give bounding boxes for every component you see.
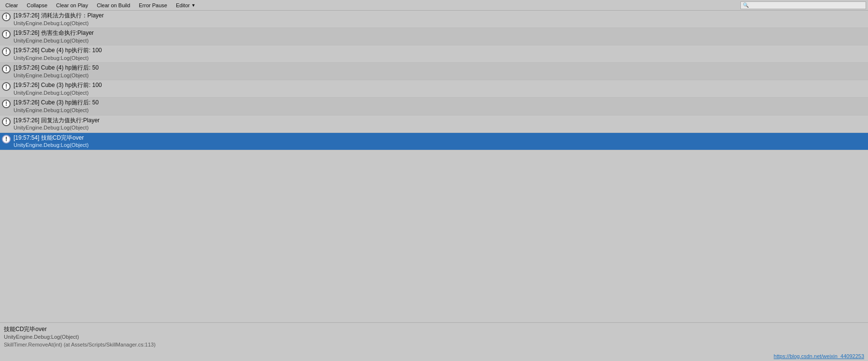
toolbar: Clear Collapse Clear on Play Clear on Bu… — [0, 0, 868, 11]
log-source: UnityEngine.Debug:Log(Object) — [14, 142, 88, 148]
search-input[interactable] — [750, 2, 864, 8]
search-icon: 🔍 — [743, 2, 749, 8]
log-message: [19:57:54] 技能CD完毕over — [14, 134, 88, 142]
log-source: UnityEngine.Debug:Log(Object) — [14, 20, 104, 27]
warning-icon: ! — [2, 117, 11, 126]
chevron-down-icon: ▼ — [191, 3, 196, 8]
log-entry[interactable]: ![19:57:26] 回复法力值执行:PlayerUnityEngine.De… — [0, 116, 868, 133]
warning-icon: ! — [2, 47, 11, 56]
warning-icon: ! — [2, 100, 11, 108]
bottom-link[interactable]: https://blog.csdn.net/weixin_44092253 — [774, 353, 864, 359]
log-entry[interactable]: ![19:57:26] 消耗法力值执行：PlayerUnityEngine.De… — [0, 11, 868, 28]
warning-icon: ! — [2, 135, 11, 144]
log-entry[interactable]: ![19:57:54] 技能CD完毕overUnityEngine.Debug:… — [0, 133, 868, 150]
log-source: UnityEngine.Debug:Log(Object) — [14, 89, 102, 96]
log-source: UnityEngine.Debug:Log(Object) — [14, 124, 100, 131]
collapse-button[interactable]: Collapse — [22, 0, 52, 10]
log-source: UnityEngine.Debug:Log(Object) — [14, 72, 99, 79]
log-message: [19:57:26] 回复法力值执行:Player — [14, 116, 100, 125]
log-entry[interactable]: ![19:57:26] Cube (4) hp执行前: 100UnityEngi… — [0, 45, 868, 63]
warning-icon: ! — [2, 13, 11, 21]
clear-on-build-button[interactable]: Clear on Build — [92, 0, 134, 10]
clear-on-play-button[interactable]: Clear on Play — [52, 0, 92, 10]
log-area[interactable]: ![19:57:26] 消耗法力值执行：PlayerUnityEngine.De… — [0, 11, 868, 322]
error-pause-button[interactable]: Error Pause — [134, 0, 172, 10]
log-entry[interactable]: ![19:57:26] Cube (3) hp执行前: 100UnityEngi… — [0, 80, 868, 98]
bottom-source: UnityEngine.Debug:Log(Object) — [4, 333, 864, 341]
bottom-message: 技能CD完毕over — [4, 325, 864, 333]
log-entry[interactable]: ![19:57:26] 伤害生命执行:PlayerUnityEngine.Deb… — [0, 28, 868, 45]
log-message: [19:57:26] Cube (4) hp执行前: 100 — [14, 46, 102, 55]
log-message: [19:57:26] Cube (3) hp执行前: 100 — [14, 81, 102, 89]
log-source: UnityEngine.Debug:Log(Object) — [14, 37, 94, 44]
log-source: UnityEngine.Debug:Log(Object) — [14, 107, 99, 114]
warning-icon: ! — [2, 30, 11, 39]
log-message: [19:57:26] Cube (3) hp施行后: 50 — [14, 99, 99, 107]
log-entry[interactable]: ![19:57:26] Cube (4) hp施行后: 50UnityEngin… — [0, 63, 868, 80]
warning-icon: ! — [2, 65, 11, 73]
editor-button[interactable]: Editor ▼ — [172, 0, 200, 10]
warning-icon: ! — [2, 82, 11, 91]
log-message: [19:57:26] Cube (4) hp施行后: 50 — [14, 64, 99, 72]
clear-button[interactable]: Clear — [1, 0, 22, 10]
bottom-detail: SkillTimer.RemoveAt(int) (at Assets/Scri… — [4, 342, 864, 347]
log-source: UnityEngine.Debug:Log(Object) — [14, 55, 102, 61]
log-message: [19:57:26] 消耗法力值执行：Player — [14, 12, 104, 20]
log-message: [19:57:26] 伤害生命执行:Player — [14, 29, 94, 37]
bottom-panel: 技能CD完毕over UnityEngine.Debug:Log(Object)… — [0, 322, 868, 361]
log-entry[interactable]: ![19:57:26] Cube (3) hp施行后: 50UnityEngin… — [0, 98, 868, 115]
search-container: 🔍 — [740, 1, 866, 9]
